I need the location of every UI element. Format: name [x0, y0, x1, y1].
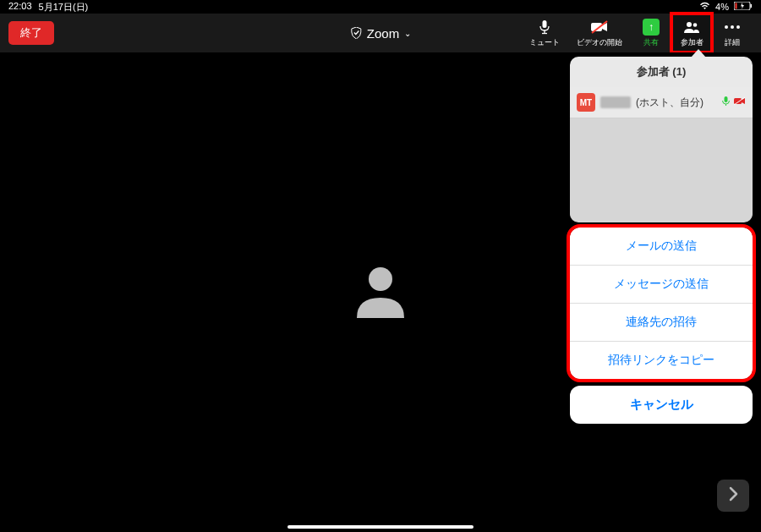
popover-arrow: [691, 49, 706, 58]
participants-button[interactable]: 参加者: [671, 14, 712, 52]
mic-on-icon: [721, 96, 731, 109]
more-button[interactable]: 詳細: [712, 14, 753, 52]
svg-rect-1: [736, 3, 737, 9]
meeting-toolbar: 終了 Zoom ⌄ ミュート ビデオの開始 ↑ 共有: [0, 14, 761, 52]
mute-label: ミュート: [529, 37, 560, 48]
more-icon: [725, 19, 740, 36]
share-label: 共有: [643, 37, 659, 48]
video-off-icon: [590, 19, 609, 36]
svg-rect-2: [751, 4, 753, 8]
participants-label: 参加者: [681, 37, 704, 48]
video-label: ビデオの開始: [577, 37, 622, 48]
share-button[interactable]: ↑ 共有: [631, 14, 671, 52]
svg-point-8: [687, 22, 692, 27]
start-video-button[interactable]: ビデオの開始: [568, 14, 631, 52]
participant-row[interactable]: MT (ホスト、自分): [570, 87, 753, 118]
svg-rect-13: [734, 98, 742, 104]
svg-point-9: [693, 23, 698, 27]
send-email-button[interactable]: メールの送信: [570, 228, 753, 266]
next-button[interactable]: [717, 480, 749, 512]
send-message-button[interactable]: メッセージの送信: [570, 266, 753, 304]
share-icon: ↑: [643, 19, 660, 36]
end-meeting-button[interactable]: 終了: [8, 21, 54, 45]
participant-suffix: (ホスト、自分): [636, 96, 704, 110]
title-text: Zoom: [367, 26, 399, 41]
participants-icon: [682, 19, 701, 36]
status-time: 22:03: [8, 1, 32, 14]
participant-avatar: MT: [577, 93, 595, 112]
microphone-icon: [539, 19, 550, 36]
status-date: 5月17日(日): [39, 1, 89, 14]
battery-icon: [734, 2, 753, 12]
participant-name-redacted: [600, 96, 631, 108]
participants-popover: 参加者 (1) MT (ホスト、自分) メールの送信 メッセージの送信 連絡先の…: [570, 57, 753, 424]
more-label: 詳細: [725, 37, 740, 48]
battery-percent: 4%: [715, 2, 729, 12]
status-bar: 22:03 5月17日(日) 4%: [0, 0, 761, 14]
invite-action-sheet: メールの送信 メッセージの送信 連絡先の招待 招待リンクをコピー キャンセル: [570, 228, 753, 424]
participants-panel-title: 参加者 (1): [570, 57, 753, 87]
invite-options-group: メールの送信 メッセージの送信 連絡先の招待 招待リンクをコピー: [570, 228, 753, 379]
chevron-down-icon: ⌄: [404, 29, 411, 38]
shield-check-icon: [350, 27, 362, 39]
mute-button[interactable]: ミュート: [521, 14, 568, 52]
wifi-icon: [699, 2, 710, 12]
invite-contacts-button[interactable]: 連絡先の招待: [570, 304, 753, 342]
home-indicator: [287, 525, 474, 529]
meeting-title[interactable]: Zoom ⌄: [350, 26, 411, 41]
avatar-placeholder-icon: [347, 257, 414, 328]
chevron-right-icon: [727, 486, 739, 506]
svg-rect-11: [725, 96, 728, 102]
cancel-button[interactable]: キャンセル: [570, 386, 753, 424]
svg-point-10: [369, 267, 392, 291]
participants-list: MT (ホスト、自分): [570, 87, 753, 222]
copy-invite-link-button[interactable]: 招待リンクをコピー: [570, 342, 753, 379]
svg-rect-3: [543, 20, 547, 28]
cam-off-icon: [733, 96, 746, 108]
